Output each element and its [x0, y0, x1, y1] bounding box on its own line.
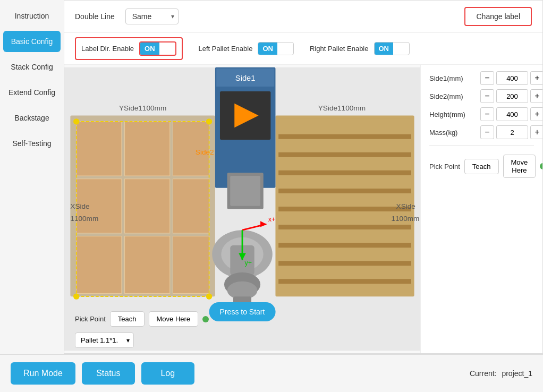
left-pallet-group: Left Pallet Enable ON [199, 42, 294, 55]
svg-rect-3 [125, 122, 170, 176]
label-dir-on: ON [140, 42, 159, 55]
height-plus-btn[interactable]: + [530, 107, 542, 121]
panel-divider [429, 146, 534, 146]
press-to-start-button[interactable]: Press to Start [209, 302, 276, 321]
sidebar-item-self-testing[interactable]: Self-Testing [3, 133, 61, 154]
side2-minus-btn[interactable]: − [480, 89, 494, 103]
change-label-button[interactable]: Change label [464, 7, 532, 26]
svg-text:y+: y+ [245, 259, 252, 267]
pallet-select-wrapper: Pallet 1.1*1. Pallet 1.2*1. Pallet 1.0*1… [75, 333, 134, 348]
svg-text:1100mm: 1100mm [70, 215, 98, 223]
run-mode-button[interactable]: Run Mode [11, 362, 75, 385]
controls-row: Label Dir. Enable ON Left Pallet Enable … [64, 33, 542, 65]
side2-label: Side2(mm) [429, 92, 477, 100]
svg-text:Side2: Side2 [196, 148, 214, 156]
height-minus-btn[interactable]: − [480, 107, 494, 121]
sidebar: Instruction Basic Config Stack Config Ex… [0, 0, 64, 354]
svg-text:YSide1100mm: YSide1100mm [119, 104, 166, 112]
content-area: Double Line Same Different Change label … [64, 0, 543, 354]
height-controls: − + [480, 107, 542, 121]
sidebar-item-stack-config[interactable]: Stack Config [3, 56, 61, 78]
side1-controls: − + [480, 71, 542, 85]
mass-controls: − + [480, 125, 542, 139]
status-button[interactable]: Status [82, 362, 135, 385]
side1-label: Side1(mm) [429, 74, 477, 82]
pallet-dropdown: Pallet 1.1*1. Pallet 1.2*1. Pallet 1.0*1… [75, 333, 134, 348]
mass-label: Mass(kg) [429, 129, 477, 137]
right-pallet-label: Right Pallet Enable [310, 45, 369, 53]
label-dir-enable-label: Label Dir. Enable [81, 45, 134, 53]
label-dir-enable-group: Label Dir. Enable ON [75, 37, 183, 60]
mass-input[interactable] [496, 125, 528, 139]
side1-input[interactable] [496, 71, 528, 85]
right-pallet-toggle[interactable]: ON [374, 42, 410, 55]
teach-button-right[interactable]: Teach [464, 159, 499, 174]
svg-rect-37 [230, 176, 260, 206]
middle-section: Side1 Side2 [64, 65, 542, 353]
height-label: Height(mm) [429, 110, 477, 118]
double-line-select[interactable]: Same Different [125, 8, 179, 24]
mass-plus-btn[interactable]: + [530, 125, 542, 139]
right-pallet-on: ON [375, 42, 394, 55]
current-project-value: project_1 [502, 369, 532, 378]
left-pallet-off [277, 47, 293, 51]
pick-point-right-row: Pick Point Teach Move Here [429, 155, 534, 178]
right-panel: Side1(mm) − + Side2(mm) − + [420, 65, 542, 353]
double-line-select-wrapper: Same Different [125, 8, 179, 24]
svg-text:1100mm: 1100mm [391, 215, 419, 223]
height-param-row: Height(mm) − + [429, 107, 534, 121]
side1-plus-btn[interactable]: + [530, 71, 542, 85]
svg-text:x+: x+ [268, 216, 276, 223]
height-input[interactable] [496, 107, 528, 121]
visualization-area: Side1 Side2 [64, 65, 420, 353]
teach-button-left[interactable]: Teach [110, 311, 145, 327]
svg-rect-2 [77, 122, 122, 176]
log-button[interactable]: Log [141, 362, 194, 385]
left-pallet-label: Left Pallet Enable [199, 45, 253, 53]
sidebar-item-instruction[interactable]: Instruction [3, 5, 61, 27]
sidebar-item-extend-config[interactable]: Extend Config [3, 82, 61, 103]
side2-input[interactable] [496, 89, 528, 103]
pick-point-right-label: Pick Point [429, 163, 460, 171]
right-pallet-group: Right Pallet Enable ON [310, 42, 410, 55]
current-project-display: Current: project_1 [470, 369, 532, 378]
label-dir-off [159, 47, 175, 51]
pick-point-left-status [202, 316, 209, 322]
side2-controls: − + [480, 89, 542, 103]
svg-rect-20 [278, 118, 411, 293]
mass-param-row: Mass(kg) − + [429, 125, 534, 139]
pick-point-left-bar: Pick Point Teach Move Here [75, 311, 209, 327]
pallet-select[interactable]: Pallet 1.1*1. Pallet 1.2*1. Pallet 1.0*1… [75, 333, 134, 348]
label-dir-enable-toggle[interactable]: ON [139, 41, 176, 56]
left-pallet-on: ON [258, 42, 277, 55]
side2-param-row: Side2(mm) − + [429, 89, 534, 103]
sidebar-item-basic-config[interactable]: Basic Config [3, 31, 61, 52]
right-pallet-off [393, 47, 409, 51]
svg-text:YSide1100mm: YSide1100mm [318, 104, 366, 112]
svg-rect-10 [173, 236, 209, 294]
svg-rect-6 [125, 179, 170, 233]
move-here-button-right[interactable]: Move Here [503, 155, 536, 178]
move-here-button-left[interactable]: Move Here [149, 311, 199, 327]
footer: Run Mode Status Log Current: project_1 [0, 354, 543, 392]
side1-minus-btn[interactable]: − [480, 71, 494, 85]
svg-rect-7 [173, 179, 209, 233]
side1-param-row: Side1(mm) − + [429, 71, 534, 85]
left-pallet-toggle[interactable]: ON [258, 42, 294, 55]
svg-rect-9 [125, 236, 170, 294]
svg-text:Side1: Side1 [235, 74, 256, 82]
double-line-label: Double Line [75, 12, 115, 21]
sidebar-item-backstage[interactable]: Backstage [3, 107, 61, 129]
current-label: Current: [470, 369, 497, 378]
svg-text:XSide: XSide [70, 203, 89, 211]
mass-minus-btn[interactable]: − [480, 125, 494, 139]
side2-plus-btn[interactable]: + [530, 89, 542, 103]
pick-point-left-label: Pick Point [75, 315, 106, 323]
pick-point-right-status [540, 163, 542, 169]
top-bar: Double Line Same Different Change label [64, 1, 542, 33]
svg-rect-8 [77, 236, 122, 294]
svg-text:XSide: XSide [396, 203, 415, 211]
